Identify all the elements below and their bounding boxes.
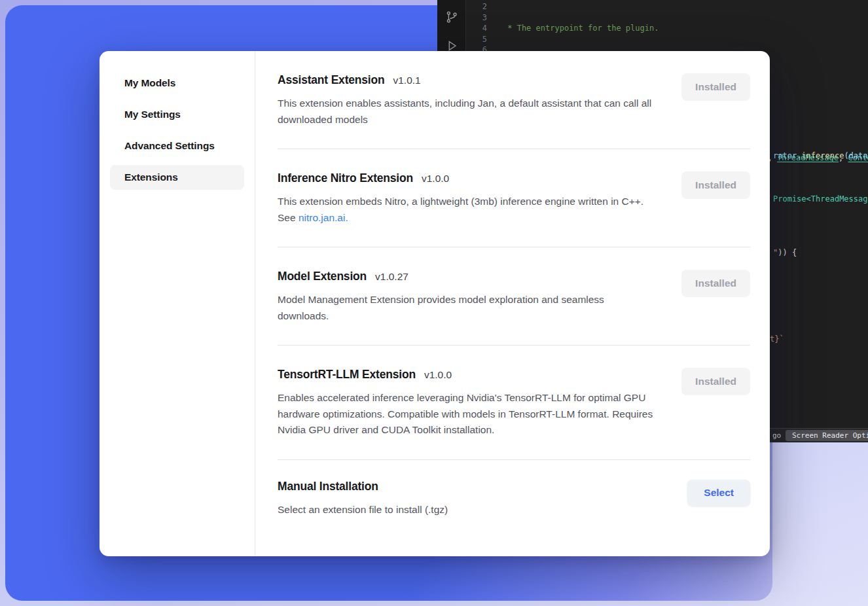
extension-description: This extension embeds Nitro, a lightweig… [278, 194, 657, 226]
extension-name: Model Extension [278, 270, 367, 283]
extension-version: v1.0.27 [375, 271, 408, 283]
extension-row-model: Model Extension v1.0.27 Model Management… [278, 247, 750, 346]
manual-installation-row: Manual Installation Select an extension … [278, 460, 750, 539]
extension-row-tensorrt-llm: TensortRT-LLM Extension v1.0.0 Enables a… [278, 346, 750, 460]
extension-description: Model Management Extension provides mode… [278, 292, 657, 324]
settings-sidebar: My Models My Settings Advanced Settings … [99, 51, 255, 556]
code-fragment: Promise<ThreadMessage> [773, 194, 868, 204]
code-fragment: ")) { [773, 248, 797, 257]
extension-name: Assistant Extension [278, 73, 384, 87]
status-bar-text: go [772, 431, 781, 440]
installed-button[interactable]: Installed [681, 73, 750, 101]
extension-version: v1.0.0 [422, 173, 449, 185]
sidebar-item-my-settings[interactable]: My Settings [110, 102, 244, 127]
extension-description: Enables accelerated inference leveraging… [278, 390, 657, 438]
extension-name: TensortRT-LLM Extension [278, 368, 416, 382]
nitro-jan-ai-link[interactable]: nitro.jan.ai. [298, 212, 348, 223]
extension-description: This extension enables assistants, inclu… [278, 96, 657, 128]
code-line: * The entrypoint for the plugin. [503, 23, 868, 34]
settings-modal: My Models My Settings Advanced Settings … [99, 51, 770, 556]
line-number: 5 [466, 34, 487, 45]
extensions-list: Assistant Extension v1.0.1 This extensio… [255, 51, 770, 556]
screen-reader-optimized-badge[interactable]: Screen Reader Optimized [786, 430, 868, 441]
manual-installation-description: Select an extension file to install (.tg… [278, 502, 448, 518]
extension-version: v1.0.1 [393, 75, 420, 86]
code-fragment: t}` [770, 334, 784, 344]
line-number: 4 [466, 23, 487, 34]
sidebar-item-my-models[interactable]: My Models [110, 71, 244, 96]
line-number: 3 [466, 12, 487, 24]
sidebar-item-extensions[interactable]: Extensions [110, 165, 244, 190]
extension-name: Inference Nitro Extension [278, 171, 413, 185]
installed-button[interactable]: Installed [681, 171, 750, 199]
select-file-button[interactable]: Select [687, 480, 750, 506]
installed-button[interactable]: Installed [681, 270, 750, 297]
desktop: 2 3 4 5 6 * The entrypoint for the plugi… [0, 0, 868, 606]
manual-installation-title: Manual Installation [278, 480, 448, 493]
installed-button[interactable]: Installed [681, 368, 750, 395]
extension-version: v1.0.0 [424, 369, 452, 381]
editor-line-numbers: 2 3 4 5 6 [466, 1, 487, 56]
source-control-icon[interactable] [444, 9, 459, 25]
sidebar-item-advanced-settings[interactable]: Advanced Settings [110, 134, 244, 158]
extension-row-assistant: Assistant Extension v1.0.1 This extensio… [278, 51, 750, 149]
extension-row-inference-nitro: Inference Nitro Extension v1.0.0 This ex… [278, 149, 750, 247]
line-number: 2 [466, 1, 487, 12]
code-fragment: rator.inference(data)); [773, 151, 868, 160]
